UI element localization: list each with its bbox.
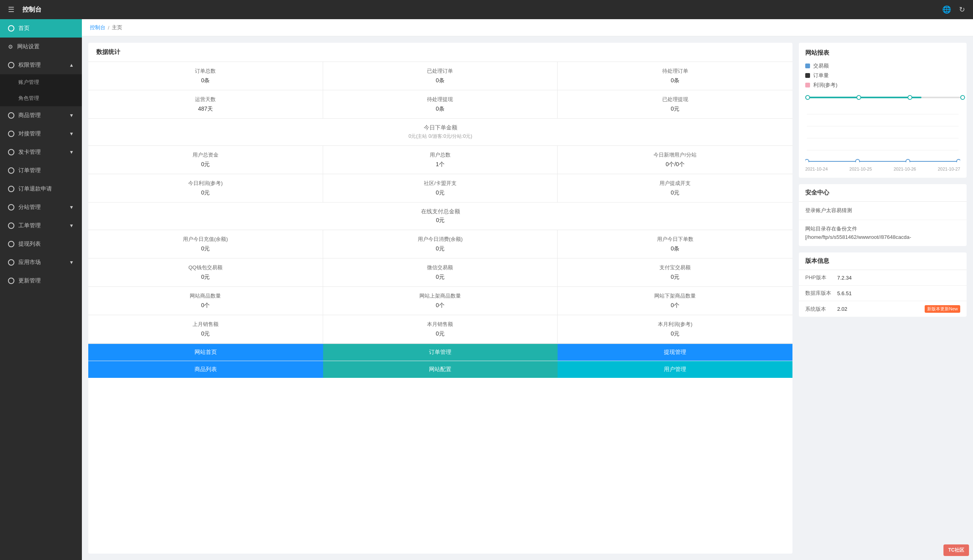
refresh-icon[interactable]: ↻ <box>959 5 965 14</box>
branch-arrow-icon: ▼ <box>69 205 74 210</box>
stats-cell-today-order-count: 用户今日下单数 0条 <box>558 230 792 258</box>
security-item-1: 登录账户太容易猜测 <box>799 202 967 220</box>
sidebar-label-permission: 权限管理 <box>18 62 41 69</box>
stats-title: 数据统计 <box>88 43 792 62</box>
sidebar-item-refund[interactable]: 订单退款申请 <box>0 180 82 198</box>
chart-date-2: 2021-10-25 <box>850 167 872 171</box>
version-title: 版本信息 <box>799 252 967 270</box>
breadcrumb-item-1[interactable]: 控制台 <box>90 24 105 31</box>
sidebar-item-product[interactable]: 商品管理 ▼ <box>0 106 82 125</box>
stats-row-2: 运营天数 487天 待处理提现 0条 已处理提现 0元 <box>88 90 792 119</box>
appmarket-circle-icon <box>8 259 14 266</box>
product-arrow-icon: ▼ <box>69 113 74 118</box>
legend-dot-orders <box>805 73 810 78</box>
stats-cell-this-month-sales: 本月销售额 0元 <box>323 315 558 344</box>
sidebar-label-connect: 对接管理 <box>18 130 41 137</box>
sidebar-sub-permission: 账户管理 角色管理 <box>0 74 82 106</box>
btn-order-management[interactable]: 订单管理 <box>323 344 558 361</box>
stats-panel: 数据统计 订单总数 0条 已处理订单 0条 待处理订单 0条 <box>88 43 792 554</box>
stats-cell-last-month-sales: 上月销售额 0元 <box>88 315 323 344</box>
sidebar-item-appmarket[interactable]: 应用市场 ▼ <box>0 253 82 272</box>
btn-withdraw-management[interactable]: 提现管理 <box>558 344 792 361</box>
chart-slider[interactable] <box>805 97 960 98</box>
workorder-circle-icon <box>8 222 14 229</box>
stats-cell-new-users: 今日新增用户/分站 0个/0个 <box>558 146 792 174</box>
sidebar-label-site-settings: 网站设置 <box>17 43 40 50</box>
slider-thumb-right[interactable] <box>960 95 965 100</box>
menu-icon[interactable]: ☰ <box>8 5 14 14</box>
btn-site-home[interactable]: 网站首页 <box>88 344 323 361</box>
stats-cell-alipay: 支付宝交易额 0元 <box>558 258 792 287</box>
stats-cell-product-offline: 网站下架商品数量 0个 <box>558 287 792 315</box>
content-area: 控制台 / 主页 数据统计 订单总数 0条 已处理订单 0条 <box>82 19 973 560</box>
btn-product-list[interactable]: 商品列表 <box>88 361 323 378</box>
sidebar-item-branch[interactable]: 分站管理 ▼ <box>0 198 82 216</box>
security-item-1-text: 登录账户太容易猜测 <box>805 207 852 213</box>
stats-cell-today-consume: 用户今日消费(余额) 0元 <box>323 230 558 258</box>
legend-label-orders: 订单量 <box>813 72 829 79</box>
connect-circle-icon <box>8 131 14 137</box>
right-panel: 网站报表 交易额 订单量 利润(参考) <box>799 43 967 554</box>
btn-user-management[interactable]: 用户管理 <box>558 361 792 378</box>
stats-cell-processed-orders: 已处理订单 0条 <box>323 62 558 90</box>
globe-icon[interactable]: 🌐 <box>942 5 951 14</box>
chart-date-4: 2021-10-27 <box>938 167 960 171</box>
sidebar-item-account[interactable]: 账户管理 <box>0 74 82 90</box>
stats-row-3: 用户总资金 0元 用户总数 1个 今日新增用户/分站 0个/0个 <box>88 146 792 174</box>
sidebar-label-appmarket: 应用市场 <box>18 259 41 266</box>
order-circle-icon <box>8 167 14 174</box>
sidebar-item-workorder[interactable]: 工单管理 ▼ <box>0 216 82 235</box>
btn-site-config[interactable]: 网站配置 <box>323 361 558 378</box>
stats-row-4: 今日利润(参考) 0元 社区/卡盟开支 0元 用户提成开支 0元 <box>88 174 792 203</box>
permission-arrow-icon: ▲ <box>69 62 74 68</box>
stats-row-1: 订单总数 0条 已处理订单 0条 待处理订单 0条 <box>88 62 792 90</box>
legend-dot-profit <box>805 83 810 87</box>
stats-row-5: 用户今日充值(余额) 0元 用户今日消费(余额) 0元 用户今日下单数 0条 <box>88 230 792 258</box>
stats-cell-user-count: 用户总数 1个 <box>323 146 558 174</box>
legend-item-orders: 订单量 <box>805 72 960 79</box>
sidebar-item-order[interactable]: 订单管理 <box>0 161 82 180</box>
sidebar-label-workorder: 工单管理 <box>18 222 41 229</box>
sidebar-item-permission[interactable]: 权限管理 ▲ <box>0 56 82 74</box>
watermark: TC社区 <box>943 544 969 556</box>
svg-point-7 <box>906 159 910 162</box>
version-update-badge[interactable]: 新版本更新New <box>925 305 960 313</box>
stats-cell-user-commission: 用户提成开支 0元 <box>558 174 792 203</box>
action-buttons-row1: 网站首页 订单管理 提现管理 <box>88 344 792 361</box>
security-item-2: 网站目录存在备份文件 [/home/ftp/s/s5581462/wwwroot… <box>799 220 967 246</box>
stats-row-online-payment: 在线支付总金额 0元 <box>88 203 792 230</box>
slider-track <box>805 97 960 98</box>
version-key-php: PHP版本 <box>805 274 837 281</box>
sidebar-item-site-settings[interactable]: ⚙ 网站设置 <box>0 38 82 56</box>
sidebar-label-refund: 订单退款申请 <box>18 185 52 193</box>
sidebar-item-withdraw[interactable]: 提现列表 <box>0 235 82 253</box>
update-circle-icon <box>8 278 14 284</box>
top-header: ☰ 控制台 🌐 ↻ <box>0 0 973 19</box>
version-val-system: 2.02 <box>837 306 921 312</box>
stats-cell-total-orders: 订单总数 0条 <box>88 62 323 90</box>
version-row-db: 数据库版本 5.6.51 <box>799 286 967 301</box>
slider-thumb-left[interactable] <box>805 95 810 100</box>
slider-thumb-mid1[interactable] <box>856 95 861 100</box>
legend-dot-transactions <box>805 64 810 68</box>
withdraw-circle-icon <box>8 241 14 247</box>
home-circle-icon <box>8 25 14 32</box>
sidebar-item-role[interactable]: 角色管理 <box>0 90 82 106</box>
header-icons: 🌐 ↻ <box>942 5 965 14</box>
version-key-system: 系统版本 <box>805 306 837 313</box>
sidebar-item-update[interactable]: 更新管理 <box>0 272 82 290</box>
sidebar-label-account: 账户管理 <box>18 79 39 86</box>
security-item-2-text: 网站目录存在备份文件 [/home/ftp/s/s5581462/wwwroot… <box>805 226 911 240</box>
svg-point-8 <box>957 159 960 162</box>
sidebar-item-connect[interactable]: 对接管理 ▼ <box>0 125 82 143</box>
chart-svg <box>805 102 960 162</box>
refund-circle-icon <box>8 186 14 192</box>
security-panel: 安全中心 登录账户太容易猜测 网站目录存在备份文件 [/home/ftp/s/s… <box>799 184 967 246</box>
sidebar-item-home[interactable]: 首页 <box>0 19 82 38</box>
chart-date-3: 2021-10-26 <box>894 167 916 171</box>
legend-item-transactions: 交易额 <box>805 62 960 70</box>
sidebar-item-card[interactable]: 发卡管理 ▼ <box>0 143 82 161</box>
stats-cell-today-order: 今日下单金额 0元(主站 0/游客:0元/分站:0元) <box>88 119 792 146</box>
slider-thumb-mid2[interactable] <box>907 95 912 100</box>
stats-cell-product-count: 网站商品数量 0个 <box>88 287 323 315</box>
